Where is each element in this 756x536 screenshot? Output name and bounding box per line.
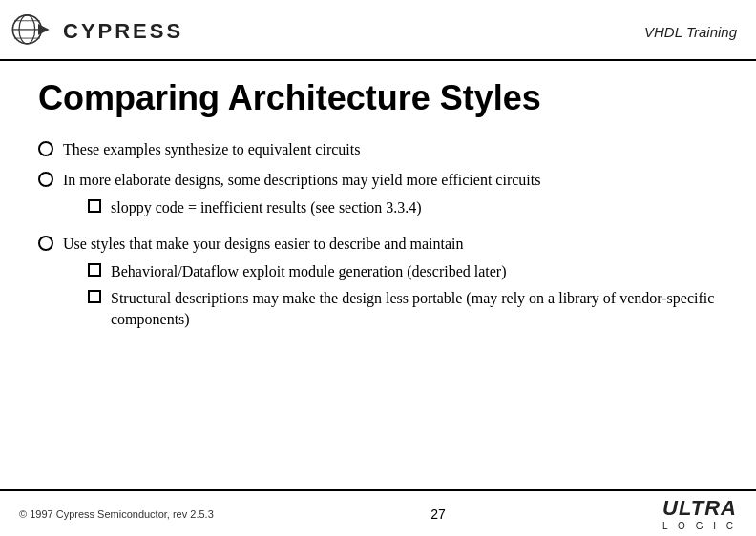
- ultra-logic-brand: ULTRA L o g i c: [662, 496, 737, 531]
- bullet-text: These examples synthesize to equivalent …: [63, 139, 718, 160]
- sub-bullet-list: sloppy code = inefficient results (see s…: [88, 197, 718, 218]
- bullet-square-icon: [88, 263, 101, 277]
- bullet-text: In more elaborate designs, some descript…: [63, 172, 540, 188]
- bullet-square-icon: [88, 290, 101, 303]
- list-item: Structural descriptions may make the des…: [88, 288, 718, 331]
- list-item: These examples synthesize to equivalent …: [38, 139, 718, 160]
- main-content: Comparing Architecture Styles These exam…: [0, 61, 756, 356]
- ultra-text: ULTRA: [662, 496, 737, 521]
- bullet-circle-icon: [38, 172, 53, 187]
- page-title: Comparing Architecture Styles: [38, 78, 718, 118]
- footer-page-number: 27: [430, 506, 446, 522]
- list-item: Use styles that make your designs easier…: [38, 234, 718, 337]
- bullet-circle-icon: [38, 236, 53, 251]
- cypress-logo-icon: [10, 8, 57, 55]
- bullet-text: Use styles that make your designs easier…: [63, 236, 463, 252]
- sub-bullet-list: Behavioral/Dataflow exploit module gener…: [88, 261, 718, 331]
- logo-text: CYPRESS: [63, 19, 183, 44]
- sub-bullet-text: Structural descriptions may make the des…: [111, 288, 718, 331]
- logic-text: L o g i c: [662, 521, 737, 531]
- logo-area: CYPRESS: [10, 8, 183, 55]
- list-item: In more elaborate designs, some descript…: [38, 170, 718, 224]
- bullet-circle-icon: [38, 141, 53, 156]
- header: CYPRESS VHDL Training: [0, 0, 756, 61]
- bullet-text-block: Use styles that make your designs easier…: [63, 234, 718, 337]
- footer-copyright: © 1997 Cypress Semiconductor, rev 2.5.3: [19, 508, 214, 520]
- bullet-text-block: In more elaborate designs, some descript…: [63, 170, 718, 224]
- sub-bullet-text: sloppy code = inefficient results (see s…: [111, 197, 718, 218]
- list-item: Behavioral/Dataflow exploit module gener…: [88, 261, 718, 282]
- header-title: VHDL Training: [644, 24, 737, 40]
- footer: © 1997 Cypress Semiconductor, rev 2.5.3 …: [0, 489, 756, 536]
- list-item: sloppy code = inefficient results (see s…: [88, 197, 718, 218]
- sub-bullet-text: Behavioral/Dataflow exploit module gener…: [111, 261, 718, 282]
- main-bullet-list: These examples synthesize to equivalent …: [38, 139, 718, 337]
- bullet-square-icon: [88, 199, 101, 213]
